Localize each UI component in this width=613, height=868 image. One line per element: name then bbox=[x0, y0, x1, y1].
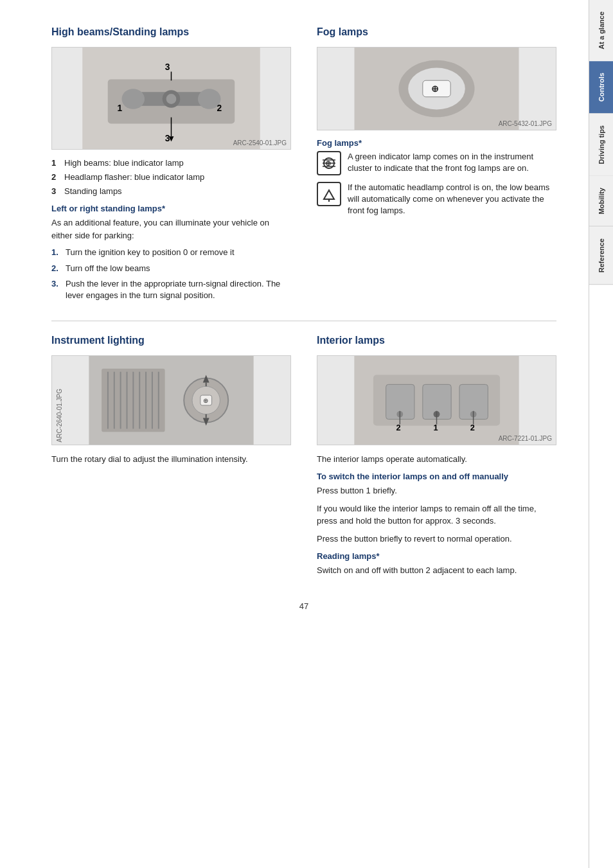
list-item-2: 2 Headlamp flasher: blue indicator lamp bbox=[51, 172, 291, 183]
svg-text:1: 1 bbox=[118, 103, 123, 113]
interior-lamps-section: Interior lamps bbox=[317, 334, 556, 582]
item-text-3: Standing lamps bbox=[64, 186, 122, 197]
interior-auto-text: The interior lamps operate automatically… bbox=[317, 453, 556, 466]
svg-text:2: 2 bbox=[470, 423, 475, 432]
svg-text:⊕: ⊕ bbox=[203, 397, 208, 404]
item-text-2: Headlamp flasher: blue indicator lamp bbox=[64, 172, 204, 183]
fog-lamp-svg-icon: ⊕ bbox=[319, 154, 339, 173]
standing-lamps-intro: As an additional feature, you can illumi… bbox=[51, 217, 291, 242]
fog-lamps-section: Fog lamps ⊕ ARC-5432-01.JPG Fog bbox=[317, 26, 556, 308]
standing-lamps-sub-title: Left or right standing lamps* bbox=[51, 204, 291, 213]
hold-text: If you would like the interior lamps to … bbox=[317, 502, 556, 527]
tab-reference[interactable]: Reference bbox=[589, 227, 614, 285]
svg-text:⊕: ⊕ bbox=[431, 84, 439, 94]
step-num-1: 1. bbox=[51, 247, 60, 258]
item-num-3: 3 bbox=[51, 186, 60, 197]
step-1: 1. Turn the ignition key to position 0 o… bbox=[51, 247, 291, 258]
svg-text:1: 1 bbox=[434, 423, 438, 432]
step-num-2: 2. bbox=[51, 263, 60, 274]
tab-controls[interactable]: Controls bbox=[589, 61, 614, 114]
tab-at-a-glance[interactable]: At a glance bbox=[589, 0, 614, 61]
step-2: 2. Turn off the low beams bbox=[51, 263, 291, 274]
svg-text:3: 3 bbox=[165, 133, 170, 143]
instrument-lighting-title: Instrument lighting bbox=[51, 334, 291, 348]
fog-icon-row-2: If the automatic headlamp control is on,… bbox=[317, 182, 556, 217]
step-text-1: Turn the ignition key to position 0 or r… bbox=[66, 247, 235, 258]
interior-svg: 2 1 2 bbox=[317, 356, 556, 445]
list-item-3: 3 Standing lamps bbox=[51, 186, 291, 197]
sidebar-tabs: At a glance Controls Driving tips Mobili… bbox=[589, 0, 613, 868]
reading-lamps-title: Reading lamps* bbox=[317, 551, 556, 561]
list-item-1: 1 High beams: blue indicator lamp bbox=[51, 157, 291, 169]
reading-lamps-text: Switch on and off with button 2 adjacent… bbox=[317, 564, 556, 577]
step-3: 3. Push the lever in the appropriate tur… bbox=[51, 278, 291, 301]
instrument-description: Turn the rotary dial to adjust the illum… bbox=[51, 453, 291, 466]
tab-mobility[interactable]: Mobility bbox=[589, 176, 614, 227]
high-beams-section: High beams/Standing lamps bbox=[51, 26, 291, 308]
svg-point-3 bbox=[121, 89, 145, 109]
item-num-2: 2 bbox=[51, 172, 60, 183]
high-beams-list: 1 High beams: blue indicator lamp 2 Head… bbox=[51, 157, 291, 198]
instrument-lighting-section: Instrument lighting bbox=[51, 334, 291, 582]
item-text-1: High beams: blue indicator lamp bbox=[64, 157, 184, 169]
interior-lamps-title: Interior lamps bbox=[317, 334, 556, 348]
svg-marker-24 bbox=[324, 190, 334, 199]
fog-indicator-icon: ⊕ bbox=[317, 151, 341, 175]
instrument-svg: ⊕ bbox=[52, 356, 290, 445]
fog-lamps-image: ⊕ ARC-5432-01.JPG bbox=[317, 47, 556, 130]
fog-lamps-svg: ⊕ bbox=[317, 48, 556, 130]
fog-lamps-sub-title: Fog lamps* bbox=[317, 138, 556, 148]
instrument-img-label: ARC-2640-01.JPG bbox=[56, 389, 63, 442]
divider-1 bbox=[51, 321, 556, 321]
interior-img-label: ARC-7221-01.JPG bbox=[499, 435, 552, 442]
svg-text:2: 2 bbox=[396, 423, 400, 432]
revert-text: Press the button briefly to revert to no… bbox=[317, 533, 556, 545]
triangle-svg-icon bbox=[320, 185, 338, 203]
svg-text:2: 2 bbox=[217, 103, 222, 113]
tab-driving-tips[interactable]: Driving tips bbox=[589, 114, 614, 177]
instrument-image: ⊕ ARC-2640-01.JPG bbox=[51, 355, 291, 445]
svg-point-6 bbox=[166, 94, 177, 104]
page-number: 47 bbox=[51, 601, 556, 611]
interior-lamps-image: 2 1 2 ARC-7221-01.JPG bbox=[317, 355, 556, 445]
fog-lamps-title: Fog lamps bbox=[317, 26, 556, 39]
item-num-1: 1 bbox=[51, 157, 60, 169]
step-text-2: Turn off the low beams bbox=[66, 263, 150, 274]
switch-manually-title: To switch the interior lamps on and off … bbox=[317, 472, 556, 481]
fog-icon-row-1: ⊕ A green indicator lamp comes on in the… bbox=[317, 151, 556, 175]
high-beams-image: 1 2 3 3 ARC-2540-01.JPG bbox=[51, 47, 291, 150]
high-beams-img-label: ARC-2540-01.JPG bbox=[233, 139, 287, 146]
step-text-3: Push the lever in the appropriate turn-s… bbox=[66, 278, 291, 301]
auto-headlamp-icon bbox=[317, 182, 341, 206]
high-beams-svg: 1 2 3 3 bbox=[52, 48, 290, 149]
step-num-3: 3. bbox=[51, 278, 60, 301]
press-button-text: Press button 1 briefly. bbox=[317, 484, 556, 497]
svg-text:3: 3 bbox=[165, 61, 170, 71]
fog-lamps-img-label: ARC-5432-01.JPG bbox=[499, 120, 552, 127]
auto-headlamp-text: If the automatic headlamp control is on,… bbox=[348, 182, 556, 217]
fog-lamp-icon-text: A green indicator lamp comes on in the i… bbox=[348, 151, 556, 174]
high-beams-title: High beams/Standing lamps bbox=[51, 26, 291, 39]
standing-lamps-steps: 1. Turn the ignition key to position 0 o… bbox=[51, 247, 291, 301]
svg-text:⊕: ⊕ bbox=[325, 159, 331, 167]
